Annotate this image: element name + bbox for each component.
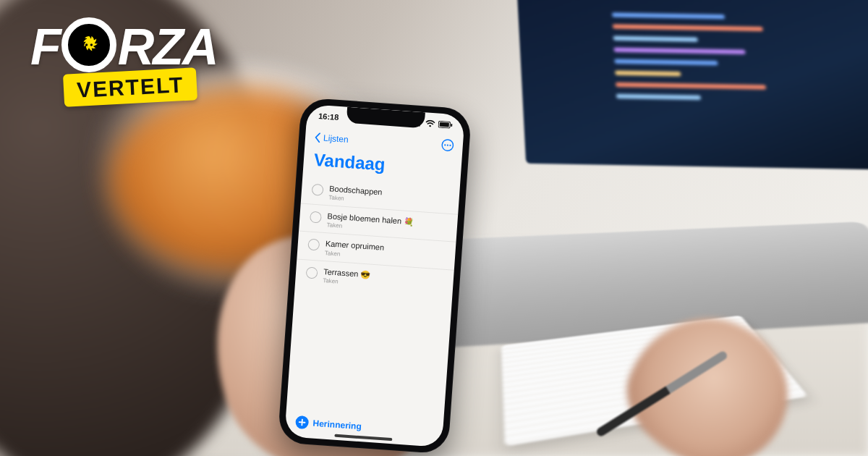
reminder-checkbox[interactable] (310, 211, 322, 224)
battery-icon (438, 121, 453, 129)
brand-subtitle: VERTELT (63, 67, 198, 107)
status-time: 16:18 (318, 111, 339, 122)
scene: F RZA VERTELT 16:18 (0, 0, 868, 456)
svg-point-1 (90, 43, 92, 46)
back-button[interactable]: Lijsten (314, 132, 349, 145)
phone: 16:18 Lijsten (278, 97, 472, 454)
laptop-code (611, 6, 806, 140)
brand-lion-icon (61, 17, 116, 72)
chevron-left-icon (314, 132, 322, 143)
reminder-checkbox[interactable] (312, 184, 324, 196)
reminder-checkbox[interactable] (306, 266, 318, 279)
plus-circle-icon (295, 415, 309, 429)
page-title: Vandaag (313, 150, 386, 175)
more-button[interactable] (441, 138, 454, 155)
new-reminder-bar[interactable]: Herinnering (285, 415, 443, 439)
wifi-icon (425, 119, 436, 127)
laptop (420, 0, 868, 311)
ellipsis-circle-icon (441, 138, 454, 152)
home-indicator[interactable] (334, 434, 392, 442)
phone-screen: 16:18 Lijsten (284, 104, 465, 447)
reminders-list: Boodschappen Taken Bosje bloemen halen 💐… (295, 177, 460, 297)
brand-letter-f: F (30, 26, 60, 69)
svg-rect-9 (451, 124, 452, 127)
new-reminder-label: Herinnering (312, 418, 362, 432)
svg-point-11 (444, 144, 446, 145)
brand-wordmark: F RZA (30, 20, 218, 75)
svg-point-12 (447, 144, 448, 145)
svg-rect-8 (440, 122, 449, 127)
brand-badge: F RZA VERTELT (30, 20, 218, 104)
svg-point-0 (85, 43, 88, 46)
svg-point-6 (429, 125, 431, 127)
back-label: Lijsten (323, 133, 349, 145)
svg-point-13 (449, 145, 451, 146)
brand-letters-rza: RZA (118, 26, 218, 69)
reminder-checkbox[interactable] (307, 239, 320, 251)
